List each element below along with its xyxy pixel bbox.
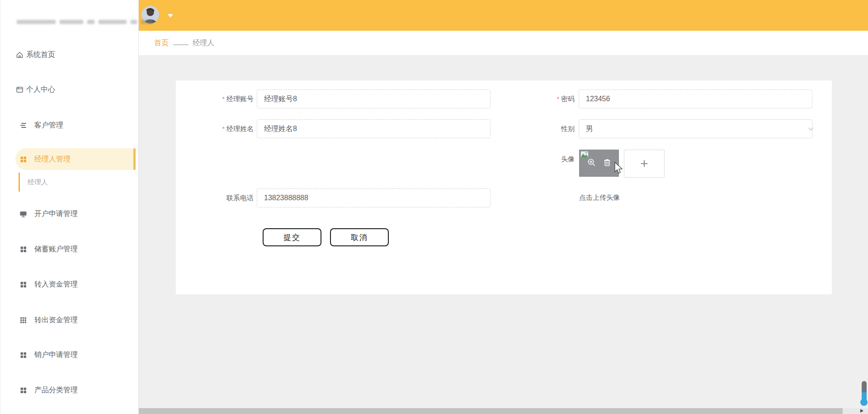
- password-input[interactable]: 123456: [579, 89, 812, 108]
- sidebar-item-label: 产品分类管理: [34, 386, 78, 395]
- sidebar-subitem-manager[interactable]: 经理人: [28, 176, 48, 188]
- sidebar-item-label: 转入资金管理: [34, 280, 78, 289]
- user-menu-caret-icon[interactable]: [168, 14, 173, 18]
- breadcrumb-home-link[interactable]: 首页: [154, 38, 169, 48]
- app-logo-blurred: [17, 20, 153, 24]
- sidebar-item-label: 转出资金管理: [34, 315, 78, 325]
- gender-label: 性别: [516, 119, 575, 138]
- sidebar-item-product-category-mgmt[interactable]: 产品分类管理: [0, 384, 138, 396]
- avatar-upload-button[interactable]: +: [624, 150, 665, 178]
- monitor-icon: [19, 210, 27, 218]
- active-item-indicator: [133, 148, 136, 170]
- sidebar-item-label: 经理人: [28, 178, 48, 187]
- delete-trash-icon[interactable]: [603, 158, 611, 169]
- sidebar-item-savings-mgmt[interactable]: 储蓄账户管理: [0, 243, 138, 255]
- phone-label: 联系电话: [195, 188, 254, 207]
- avatar-label: 头像: [516, 150, 575, 169]
- mouse-cursor: [614, 162, 624, 176]
- sidebar-item-label: 客户管理: [34, 121, 63, 130]
- grid-icon: [19, 386, 27, 394]
- manager-form-card: [176, 80, 832, 294]
- sidebar-item-transfer-out-mgmt[interactable]: 转出资金管理: [0, 314, 138, 326]
- sidebar-item-label: 销户申请管理: [34, 350, 78, 360]
- breadcrumb-current: 经理人: [193, 38, 214, 48]
- manager-name-input[interactable]: 经理姓名8: [257, 119, 491, 138]
- horizontal-scrollbar-thumb[interactable]: [138, 408, 843, 414]
- required-asterisk: *: [222, 95, 225, 103]
- grid-icon: [19, 155, 27, 163]
- sidebar-item-account-open-mgmt[interactable]: 开户申请管理: [0, 208, 138, 220]
- grid9-icon: [19, 316, 27, 324]
- vertical-scroll-widget[interactable]: [862, 381, 867, 403]
- home-icon: [16, 51, 24, 59]
- chevron-down-icon: [807, 125, 815, 134]
- cancel-button[interactable]: 取消: [330, 228, 389, 246]
- sidebar-item-label: 经理人管理: [34, 155, 71, 164]
- breadcrumb: 首页 经理人: [138, 31, 868, 55]
- app-window: 系统首页 个人中心 客户管理 经理人管理 经理人: [0, 0, 868, 414]
- horizontal-scrollbar: [138, 408, 868, 414]
- sidebar-item-system-home[interactable]: 系统首页: [0, 49, 138, 61]
- password-label: *密码: [516, 89, 575, 108]
- submit-button[interactable]: 提交: [263, 228, 321, 246]
- personal-center-icon: [16, 86, 24, 94]
- sidebar-item-personal-center[interactable]: 个人中心: [0, 84, 138, 95]
- grid-icon: [19, 245, 27, 253]
- sidebar-item-label: 储蓄账户管理: [34, 245, 78, 254]
- sidebar-item-manager-mgmt[interactable]: 经理人管理: [15, 148, 136, 170]
- list-icon: [19, 122, 27, 129]
- sidebar: 系统首页 个人中心 客户管理 经理人管理 经理人: [0, 0, 139, 414]
- sidebar-item-label: 开户申请管理: [34, 209, 78, 219]
- breadcrumb-separator: [173, 44, 189, 45]
- sidebar-item-customer-mgmt[interactable]: 客户管理: [0, 119, 138, 131]
- plus-icon: +: [640, 157, 648, 170]
- image-placeholder-icon: [580, 151, 589, 160]
- sidebar-item-label: 个人中心: [26, 85, 55, 94]
- sidebar-item-transfer-in-mgmt[interactable]: 转入资金管理: [0, 278, 138, 290]
- required-asterisk: *: [222, 125, 225, 132]
- submenu-indicator-line: [19, 173, 20, 192]
- sidebar-item-account-close-mgmt[interactable]: 销户申请管理: [0, 349, 138, 361]
- scroll-widget-knob[interactable]: [860, 399, 868, 406]
- phone-input[interactable]: 13823888888: [257, 188, 491, 207]
- scroll-right-arrow-icon[interactable]: [860, 409, 863, 413]
- grid-icon: [19, 351, 27, 359]
- avatar-thumbnail[interactable]: [579, 150, 619, 177]
- gender-select[interactable]: 男: [579, 119, 812, 138]
- sidebar-item-label: 系统首页: [26, 50, 55, 60]
- manager-account-label: *经理账号: [195, 89, 254, 108]
- manager-account-input[interactable]: 经理账号8: [257, 89, 491, 108]
- grid-icon: [19, 281, 27, 288]
- upload-hint-text: 点击上传头像: [579, 193, 620, 202]
- manager-name-label: *经理姓名: [195, 119, 254, 138]
- required-asterisk: *: [557, 95, 559, 103]
- topbar: [138, 0, 868, 31]
